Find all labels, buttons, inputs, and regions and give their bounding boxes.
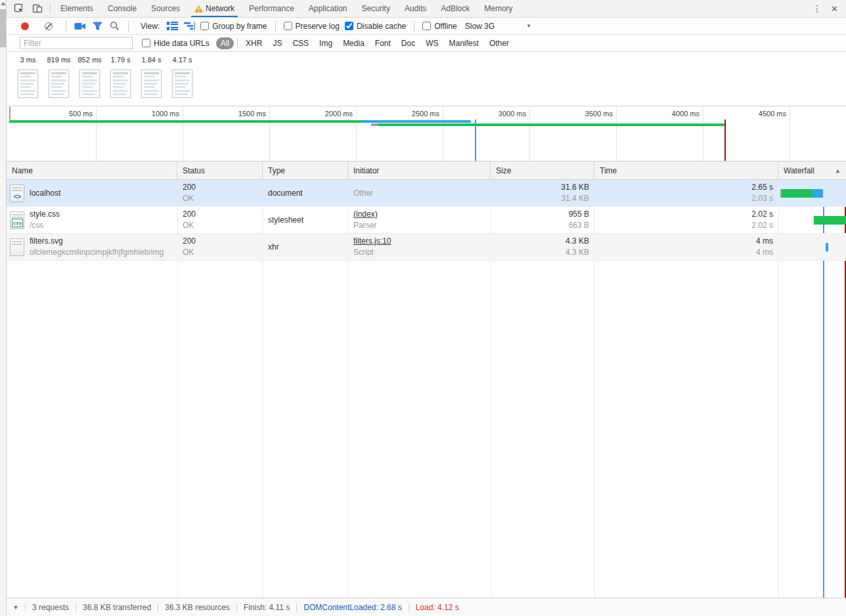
thumbnail-line: [144, 76, 154, 77]
column-header-type[interactable]: Type: [263, 162, 348, 179]
filter-type-font[interactable]: Font: [370, 37, 395, 49]
cell-size: 4.3 KB4.3 KB: [491, 234, 594, 260]
group-by-frame-checkbox[interactable]: Group by frame: [200, 22, 267, 31]
filter-type-ws[interactable]: WS: [421, 37, 443, 49]
filter-type-media[interactable]: Media: [338, 37, 369, 49]
overview-bar-gray: [371, 123, 378, 126]
column-header-time[interactable]: Time: [594, 162, 778, 179]
cell-time: 2.65 s2.03 s: [594, 180, 778, 206]
tab-network[interactable]: Network: [187, 0, 242, 17]
inspect-element-icon[interactable]: [13, 3, 25, 14]
preserve-log-checkbox[interactable]: Preserve log: [284, 22, 340, 31]
offline-checkbox[interactable]: Offline: [422, 22, 456, 31]
tab-bar-icons: [7, 3, 47, 14]
filter-type-all[interactable]: All: [216, 37, 234, 49]
disable-cache-checkbox[interactable]: Disable cache: [345, 22, 406, 31]
close-devtools-icon[interactable]: ✕: [831, 4, 838, 14]
scrollbar-thumb[interactable]: [0, 9, 6, 47]
column-header-name[interactable]: Name: [7, 162, 177, 179]
devtools-tab-bar: ElementsConsoleSourcesNetworkPerformance…: [7, 0, 846, 18]
throttling-dropdown[interactable]: Slow 3G ▼: [465, 22, 531, 31]
large-request-rows-icon[interactable]: [166, 20, 178, 32]
cell-name: <>localhost: [7, 180, 177, 206]
chevron-down-icon: ▼: [526, 23, 531, 29]
filter-type-img[interactable]: Img: [315, 37, 337, 49]
tab-elements[interactable]: Elements: [53, 0, 100, 17]
offline-checkbox-input[interactable]: [422, 22, 431, 30]
time-total: 4 ms: [756, 236, 773, 247]
time-latency: 4 ms: [756, 247, 773, 258]
disable-cache-checkbox-input[interactable]: [345, 22, 353, 30]
request-name: localhost: [30, 188, 60, 199]
network-overview[interactable]: 500 ms1000 ms1500 ms2000 ms2500 ms3000 m…: [7, 106, 846, 162]
initiator-link[interactable]: filters.js:10: [353, 236, 485, 247]
hide-data-urls-checkbox-input[interactable]: [142, 39, 150, 47]
devtools-window: ElementsConsoleSourcesNetworkPerformance…: [0, 0, 846, 616]
scrollbar-up-arrow-icon[interactable]: [1, 2, 6, 5]
tab-memory[interactable]: Memory: [477, 0, 520, 17]
filter-type-xhr[interactable]: XHR: [241, 37, 267, 49]
request-row-style.css[interactable]: cssstyle.css/css200OKstylesheet(index)Pa…: [7, 207, 846, 234]
column-header-initiator[interactable]: Initiator: [348, 162, 491, 179]
filter-icon[interactable]: [91, 20, 103, 32]
filter-type-other[interactable]: Other: [485, 37, 514, 49]
devtools-panel: ElementsConsoleSourcesNetworkPerformance…: [7, 0, 846, 616]
initiator-kind: Parser: [353, 220, 485, 231]
tab-application[interactable]: Application: [301, 0, 355, 17]
show-overview-icon[interactable]: [183, 20, 195, 32]
tab-security[interactable]: Security: [355, 0, 397, 17]
file-icon-line: [12, 217, 22, 218]
filmstrip-frame[interactable]: 852 ms: [79, 56, 100, 98]
waterfall-bar-green: [782, 189, 813, 198]
record-network-log-button[interactable]: [21, 22, 29, 30]
filmstrip-frame[interactable]: 819 ms: [49, 56, 69, 98]
group-by-frame-label: Group by frame: [212, 22, 267, 31]
overview-bar-green: [9, 120, 363, 123]
filter-type-doc[interactable]: Doc: [397, 37, 420, 49]
capture-screenshots-icon[interactable]: [74, 20, 86, 32]
tab-console[interactable]: Console: [100, 0, 144, 17]
tab-audits[interactable]: Audits: [397, 0, 434, 17]
tab-performance[interactable]: Performance: [242, 0, 301, 17]
column-header-status[interactable]: Status: [177, 162, 263, 179]
filter-type-css[interactable]: CSS: [288, 37, 313, 49]
collapse-chevron-icon[interactable]: ▼: [11, 604, 21, 611]
column-header-size[interactable]: Size: [491, 162, 594, 179]
search-icon[interactable]: [108, 20, 120, 32]
filmstrip-frame[interactable]: 1.79 s: [110, 56, 131, 98]
page-scrollbar[interactable]: [0, 0, 7, 616]
thumbnail-line: [20, 79, 35, 81]
request-row-filters.svg[interactable]: filters.svgofclemegkcmilinpcimpjkfhjfgmh…: [7, 234, 846, 261]
request-path: ofclemegkcmilinpcimpjkfhjfgmhieb/img: [30, 247, 164, 258]
thumbnail-line: [20, 86, 31, 88]
tab-sources[interactable]: Sources: [144, 0, 187, 17]
preserve-log-checkbox-input[interactable]: [284, 22, 292, 30]
thumbnail-line: [20, 72, 35, 74]
thumbnail-line: [113, 86, 123, 88]
group-by-frame-checkbox-input[interactable]: [200, 22, 209, 30]
request-row-localhost[interactable]: <>localhost200OKdocumentOther31.6 KB31.4…: [7, 180, 846, 207]
status-code: 200: [183, 209, 257, 220]
cell-size: 31.6 KB31.4 KB: [491, 180, 594, 206]
table-body: <>localhost200OKdocumentOther31.6 KB31.4…: [7, 180, 846, 598]
status-bar: ▼ 3 requests36.8 KB transferred36.3 KB r…: [7, 598, 846, 616]
tab-adblock[interactable]: AdBlock: [434, 0, 477, 17]
thumbnail-line: [175, 72, 190, 74]
overview-gridline: [529, 106, 530, 161]
filter-type-manifest[interactable]: Manifest: [445, 37, 483, 49]
frame-thumbnail: [172, 70, 192, 98]
filmstrip-frame[interactable]: 1.84 s: [141, 56, 162, 98]
clear-network-log-icon[interactable]: [45, 22, 53, 30]
column-header-waterfall[interactable]: Waterfall ▲: [778, 162, 846, 179]
thumbnail-line: [144, 90, 159, 92]
filmstrip-frame[interactable]: 3 ms: [18, 56, 38, 98]
hide-data-urls-checkbox[interactable]: Hide data URLs: [142, 39, 210, 48]
more-options-icon[interactable]: ⋮: [813, 3, 822, 14]
thumbnail-line: [20, 76, 31, 77]
thumbnail-line: [113, 76, 123, 77]
filmstrip-frame[interactable]: 4.17 s: [172, 56, 192, 98]
filter-input[interactable]: [20, 37, 133, 49]
filter-type-js[interactable]: JS: [268, 37, 286, 49]
initiator-link[interactable]: (index): [353, 209, 485, 220]
device-toolbar-icon[interactable]: [32, 3, 43, 14]
